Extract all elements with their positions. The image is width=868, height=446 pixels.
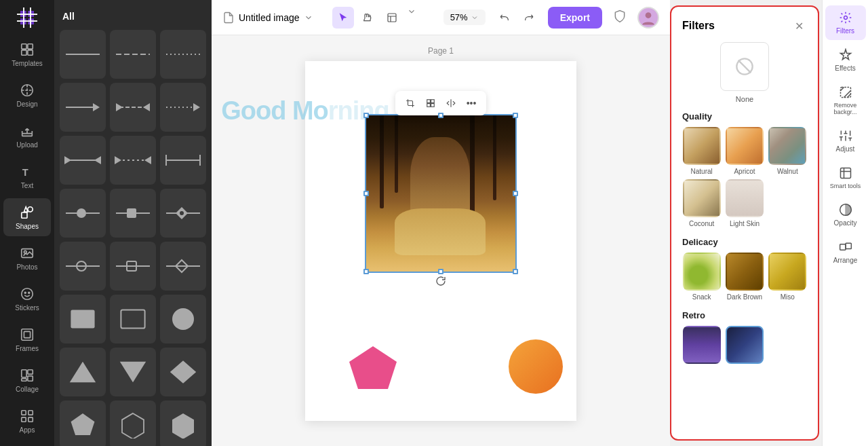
filter-apricot-thumb (726, 127, 764, 165)
right-tool-arrange-label: Arrange (833, 257, 858, 264)
handle-top-mid[interactable] (438, 113, 443, 118)
handle-top-right[interactable] (513, 113, 518, 118)
sidebar-item-templates[interactable]: Templates (3, 35, 51, 73)
svg-rect-74 (427, 103, 431, 107)
filter-snack[interactable]: Snack (682, 253, 721, 301)
shape-extend-line[interactable] (160, 136, 206, 185)
svg-marker-40 (94, 156, 101, 164)
sidebar-item-collage[interactable]: Collage (3, 361, 51, 399)
sidebar-item-design[interactable]: Design (3, 76, 51, 114)
sidebar-item-upload[interactable]: Upload (3, 117, 51, 155)
shape-line-dotted[interactable] (160, 30, 206, 79)
filter-apricot[interactable]: Apricot (725, 127, 764, 175)
sidebar-item-apps[interactable]: Apps (3, 402, 51, 440)
more-options-button[interactable]: ••• (462, 94, 481, 113)
select-tool-button[interactable] (332, 7, 354, 29)
pan-tool-button[interactable] (357, 7, 378, 29)
handle-bottom-mid[interactable] (438, 269, 443, 274)
document-title[interactable]: Untitled image (222, 12, 313, 24)
shape-arrow-right[interactable] (60, 83, 106, 132)
flip-tool-button[interactable] (441, 94, 460, 113)
right-tool-arrange[interactable]: Arrange (825, 235, 866, 270)
undo-button[interactable] (494, 7, 515, 29)
filter-coconut-label: Coconut (689, 220, 714, 227)
filter-retro1[interactable] (682, 326, 721, 367)
filter-darkbrown-label: Dark Brown (727, 293, 762, 301)
shape-hexagon-outline[interactable] (110, 401, 156, 446)
filter-none-option[interactable]: None (682, 42, 807, 103)
shape-diamond[interactable] (160, 348, 206, 396)
filter-lightskin[interactable]: Light Skin (725, 179, 764, 227)
shape-slider-circle[interactable] (60, 189, 106, 238)
shape-slider-rect-outline[interactable] (110, 242, 156, 291)
shape-hexagon-fill[interactable] (160, 401, 206, 446)
zoom-control[interactable]: 57% (443, 10, 486, 25)
svg-rect-91 (846, 243, 851, 248)
page-label: Page 1 (428, 46, 454, 56)
filter-walnut[interactable]: Walnut (768, 127, 807, 175)
filter-lightskin-thumb (726, 179, 764, 217)
right-tool-remove-bg[interactable]: Remove backgr... (825, 80, 866, 121)
left-sidebar: Templates Design Upload T Text Shapes (0, 0, 54, 446)
handle-right-mid[interactable] (513, 191, 518, 196)
handle-left-mid[interactable] (363, 191, 369, 196)
shape-triangle-down[interactable] (110, 348, 156, 396)
right-tool-filters[interactable]: Filters (825, 5, 866, 40)
replace-tool-button[interactable] (421, 94, 440, 113)
filter-lightskin-label: Light Skin (730, 220, 760, 227)
svg-point-15 (22, 288, 33, 299)
redo-button[interactable] (518, 7, 540, 29)
crop-tool-button[interactable] (401, 94, 420, 113)
filter-walnut-label: Walnut (777, 168, 798, 175)
filter-retro2[interactable] (725, 326, 764, 367)
filter-coconut-thumb (683, 179, 721, 217)
shape-slider-rect[interactable] (110, 189, 156, 238)
shape-arrow-bidirectional[interactable] (60, 136, 106, 185)
avatar-image (639, 8, 658, 27)
filter-coconut[interactable]: Coconut (682, 179, 721, 227)
shield-icon (613, 10, 627, 26)
sidebar-item-frames[interactable]: Frames (3, 320, 51, 358)
shape-dot-arrow-bi[interactable] (110, 136, 156, 185)
shape-dotted-arrow[interactable] (160, 83, 206, 132)
svg-marker-43 (144, 156, 151, 164)
layout-tool-button[interactable] (381, 7, 403, 29)
svg-rect-27 (28, 417, 33, 421)
canvas-area: Page 1 Good Morning (212, 35, 670, 446)
shape-triangle-up[interactable] (60, 348, 106, 396)
shape-slider-diamond-outline[interactable] (160, 242, 206, 291)
shape-slider-diamond[interactable] (160, 189, 206, 238)
filter-natural[interactable]: Natural (682, 127, 721, 175)
filter-miso[interactable]: Miso (768, 253, 807, 301)
shape-double-arrow[interactable] (110, 83, 156, 132)
rotate-handle[interactable] (434, 274, 448, 288)
handle-top-left[interactable] (363, 113, 369, 118)
delicacy-section-title: Delicacy (682, 237, 807, 247)
shape-line-dashed[interactable] (110, 30, 156, 79)
sidebar-item-stickers[interactable]: Stickers (3, 280, 51, 318)
filters-header: Filters ✕ (682, 18, 807, 34)
shape-circle-fill[interactable] (160, 295, 206, 343)
shape-line-solid[interactable] (60, 30, 106, 79)
filter-walnut-thumb (768, 127, 806, 165)
right-tool-smart[interactable]: Smart tools (825, 161, 866, 195)
right-tool-effects[interactable]: Effects (825, 43, 866, 77)
user-avatar[interactable] (637, 7, 659, 29)
shape-slider-circle-outline[interactable] (60, 242, 106, 291)
right-tool-adjust[interactable]: Adjust (825, 124, 866, 158)
shape-rect-fill[interactable] (60, 295, 106, 343)
sidebar-item-text[interactable]: T Text (3, 157, 51, 196)
handle-bottom-right[interactable] (513, 269, 518, 274)
svg-point-17 (28, 292, 30, 293)
shape-rect-outline[interactable] (110, 295, 156, 343)
shape-pentagon[interactable] (60, 401, 106, 446)
handle-bottom-left[interactable] (363, 269, 369, 274)
filter-darkbrown[interactable]: Dark Brown (725, 253, 764, 301)
sidebar-item-shapes[interactable]: Shapes (3, 198, 51, 236)
export-button[interactable]: Export (548, 7, 602, 29)
right-tool-opacity[interactable]: Opacity (825, 198, 866, 232)
sidebar-item-photos[interactable]: Photos (3, 239, 51, 277)
right-tool-adjust-label: Adjust (836, 145, 855, 153)
filters-close-button[interactable]: ✕ (791, 18, 807, 34)
sidebar-item-templates-label: Templates (12, 60, 43, 67)
